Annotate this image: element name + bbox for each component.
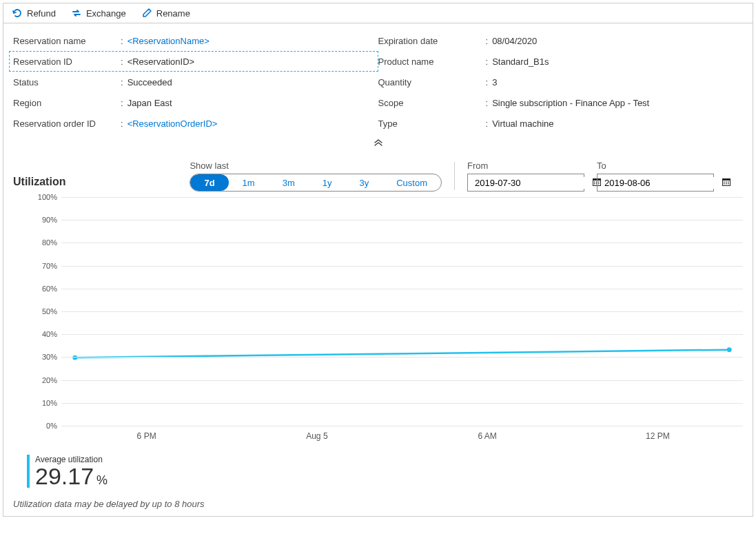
y-tick: 10% [42,399,57,407]
details-row: Quantity:3 [378,72,744,92]
utilization-header: Utilization Show last 7d1m3m1y3yCustom F… [13,161,743,192]
segment-1m[interactable]: 1m [229,174,269,191]
details-left-col: Reservation name:<ReservationName>Reserv… [13,30,378,134]
field-value-link[interactable]: <ReservationOrderID> [127,118,218,129]
svg-rect-11 [726,181,727,183]
segment-3y[interactable]: 3y [345,174,382,191]
grid-line [61,403,743,404]
grid-line [61,380,743,381]
pencil-icon [141,8,152,19]
details-row: Expiration date:08/04/2020 [378,30,744,51]
field-label: Scope [378,98,486,108]
field-label: Reservation order ID [13,118,121,129]
utilization-section: Utilization Show last 7d1m3m1y3yCustom F… [3,152,753,516]
y-tick: 20% [42,376,57,384]
chart-plot [61,197,743,426]
utilization-chart: 0%10%20%30%40%50%60%70%80%90%100% 6 PMAu… [13,197,743,452]
exchange-button[interactable]: Exchange [71,8,126,19]
exchange-icon [71,8,82,19]
details-row: Reservation ID:<ReservationID> [9,51,378,72]
field-value: Single subscription - Finance App - Test [492,98,649,108]
grid-line [61,220,743,220]
date-range: From To [467,161,714,192]
from-input-wrap[interactable] [467,174,584,192]
svg-rect-2 [594,181,595,183]
details-row: Scope:Single subscription - Finance App … [378,92,744,113]
grid-line [61,334,743,335]
average-utilization: Average utilization 29.17 % [27,455,743,488]
x-tick: Aug 5 [306,431,327,441]
y-tick: 40% [42,330,57,338]
y-tick: 80% [42,238,57,247]
to-label: To [597,161,714,171]
reservation-panel: Refund Exchange Rename Reservation name:… [3,3,753,517]
field-value: <ReservationID> [127,56,195,67]
svg-rect-13 [724,183,725,185]
segment-7d[interactable]: 7d [190,174,228,191]
grid-line [61,311,743,312]
utilization-title: Utilization [13,161,65,188]
details-right-col: Expiration date:08/04/2020Product name:S… [378,30,744,134]
svg-rect-12 [728,181,729,183]
field-value-link[interactable]: <ReservationName> [127,36,210,46]
toolbar: Refund Exchange Rename [3,3,753,23]
utilization-controls: Show last 7d1m3m1y3yCustom From To [190,161,714,192]
chart-x-axis: 6 PMAug 56 AM12 PM [61,426,743,452]
field-label: Product name [378,56,486,67]
y-tick: 50% [42,307,57,316]
utilization-disclaimer: Utilization data may be delayed by up to… [13,499,743,509]
from-input[interactable] [473,177,592,189]
calendar-icon[interactable] [722,177,731,189]
undo-icon [12,8,23,19]
field-label: Status [13,77,121,87]
exchange-label: Exchange [86,8,126,19]
grid-line [61,242,743,243]
field-label: Reservation ID [13,56,121,67]
grid-line [61,357,743,358]
to-input[interactable] [603,177,722,189]
show-last-field: Show last 7d1m3m1y3yCustom [190,161,442,192]
y-tick: 100% [38,193,57,201]
details-row: Status:Succeeded [13,72,378,92]
svg-rect-10 [724,181,725,183]
field-label: Type [378,118,486,129]
field-value: Japan East [127,98,172,108]
svg-rect-5 [594,183,595,185]
grid-line [61,197,743,198]
details-row: Reservation name:<ReservationName> [13,30,378,51]
segment-1y[interactable]: 1y [309,174,346,191]
svg-rect-15 [728,183,729,185]
field-label: Quantity [378,77,486,87]
show-last-label: Show last [190,161,442,171]
grid-line [61,289,743,289]
refund-button[interactable]: Refund [12,8,56,19]
details-row: Reservation order ID:<ReservationOrderID… [13,113,378,134]
field-value: Virtual machine [492,118,553,129]
segment-3m[interactable]: 3m [269,174,309,191]
field-label: Expiration date [378,36,486,46]
segment-custom[interactable]: Custom [382,174,441,191]
field-value: 08/04/2020 [492,36,537,46]
x-tick: 12 PM [646,431,670,441]
field-value: Standard_B1s [492,56,549,67]
field-label: Reservation name [13,36,121,46]
svg-point-17 [727,347,732,352]
x-tick: 6 PM [137,431,156,441]
details-row: Type:Virtual machine [378,113,744,134]
to-field: To [597,161,714,192]
vertical-divider [454,162,455,190]
y-tick: 0% [46,422,57,430]
collapse-button[interactable] [3,134,753,152]
field-value: Succeeded [127,77,172,87]
rename-button[interactable]: Rename [141,8,190,19]
field-label: Region [13,98,121,108]
average-value: 29.17 % [35,464,108,488]
time-range-segmented: 7d1m3m1y3yCustom [190,174,442,192]
to-input-wrap[interactable] [597,174,714,192]
y-tick: 90% [42,216,57,224]
details-row: Product name:Standard_B1s [378,51,744,72]
from-field: From [467,161,584,192]
rename-label: Rename [156,8,190,19]
field-value: 3 [492,77,497,87]
chevron-up-double-icon [374,138,383,148]
